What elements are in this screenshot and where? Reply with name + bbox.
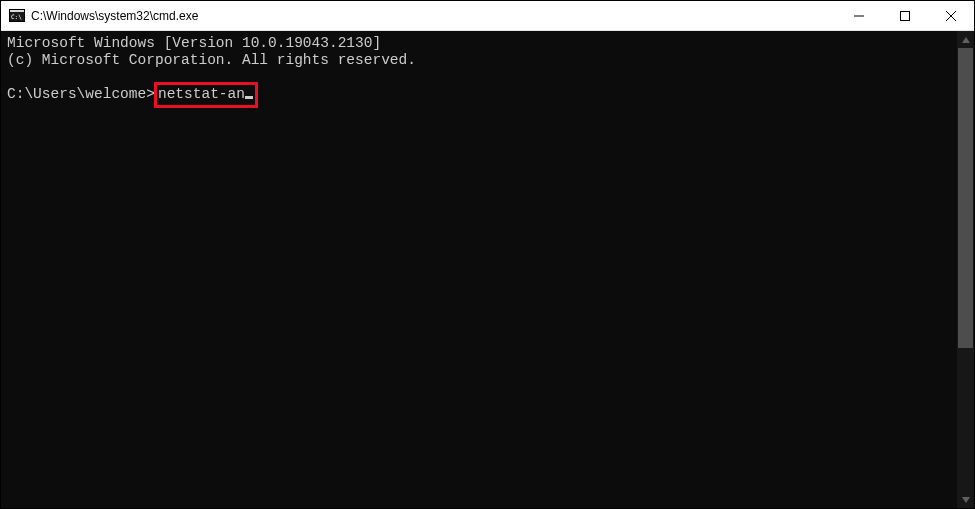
- svg-text:C:\: C:\: [11, 13, 22, 20]
- maximize-button[interactable]: [882, 1, 928, 31]
- svg-rect-2: [10, 10, 24, 12]
- scroll-up-arrow[interactable]: [957, 31, 974, 48]
- text-cursor: [245, 96, 253, 99]
- scroll-down-arrow[interactable]: [957, 491, 974, 508]
- terminal-output[interactable]: Microsoft Windows [Version 10.0.19043.21…: [1, 31, 957, 508]
- typed-command: netstat-an: [158, 86, 245, 102]
- command-highlight: netstat-an: [154, 82, 258, 108]
- svg-rect-5: [901, 11, 910, 20]
- svg-marker-9: [962, 497, 970, 503]
- cmd-icon: C:\: [9, 8, 25, 24]
- minimize-button[interactable]: [836, 1, 882, 31]
- scroll-thumb[interactable]: [958, 48, 973, 348]
- close-button[interactable]: [928, 1, 974, 31]
- terminal-area: Microsoft Windows [Version 10.0.19043.21…: [1, 31, 974, 508]
- prompt: C:\Users\welcome>: [7, 86, 155, 102]
- svg-marker-8: [962, 37, 970, 43]
- window-title: C:\Windows\system32\cmd.exe: [31, 9, 198, 23]
- vertical-scrollbar[interactable]: [957, 31, 974, 508]
- window-titlebar[interactable]: C:\ C:\Windows\system32\cmd.exe: [1, 1, 974, 31]
- banner-line-2: (c) Microsoft Corporation. All rights re…: [7, 52, 416, 68]
- banner-line-1: Microsoft Windows [Version 10.0.19043.21…: [7, 35, 381, 51]
